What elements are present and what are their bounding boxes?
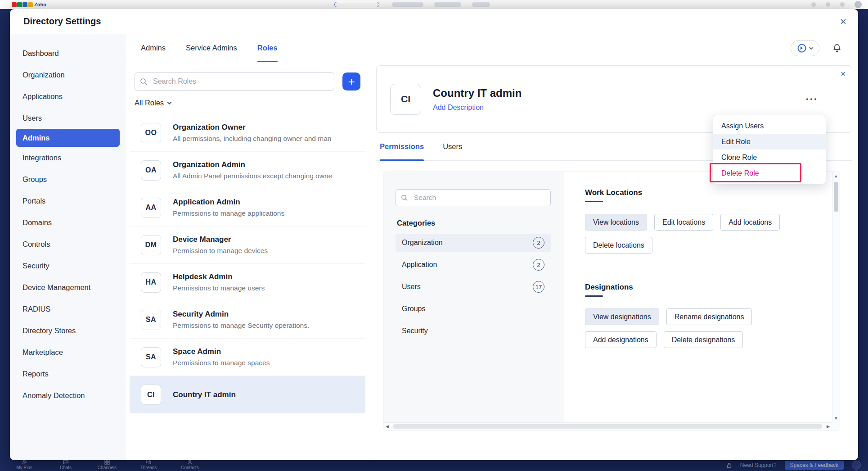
search-permissions-input[interactable] <box>396 189 551 206</box>
add-description-link[interactable]: Add Description <box>433 104 522 112</box>
sidebar-item-controls[interactable]: Controls <box>10 233 126 255</box>
sidebar-item-anomaly-detection[interactable]: Anomaly Detection <box>10 385 126 406</box>
role-detail-avatar: CI <box>390 84 421 115</box>
menu-item-clone-role[interactable]: Clone Role <box>713 149 826 165</box>
chevron-down-icon <box>809 47 814 50</box>
category-users[interactable]: Users 17 <box>396 278 551 296</box>
menu-item-delete-role[interactable]: Delete Role <box>713 165 826 181</box>
section-divider <box>585 269 818 269</box>
delete-locations-button[interactable]: Delete locations <box>585 237 652 254</box>
sidebar-item-security[interactable]: Security <box>10 255 126 276</box>
search-icon <box>140 78 147 85</box>
sidebar-item-applications[interactable]: Applications <box>10 86 126 107</box>
zoho-logo-text: Zoho <box>34 2 46 7</box>
role-avatar: DM <box>141 235 161 255</box>
role-row-helpdesk-admin[interactable]: HA Helpdesk AdminPermissions to manage u… <box>130 264 365 301</box>
view-designations-button[interactable]: View designations <box>585 308 659 325</box>
background-taskbar: My Pins Chats Channels Threads Contacts … <box>0 459 868 471</box>
permissions-box: Categories Organization 2 Application 2 … <box>383 172 840 430</box>
sidebar-item-domains[interactable]: Domains <box>10 212 126 233</box>
rename-designations-button[interactable]: Rename designations <box>666 308 752 325</box>
category-application[interactable]: Application 2 <box>396 256 551 274</box>
role-row-country-it-admin[interactable]: CI Country IT admin <box>130 376 365 413</box>
topbar-fragment <box>434 2 461 7</box>
role-detail-name: Country IT admin <box>433 87 522 100</box>
role-list: OO Organization OwnerAll permissions, in… <box>126 114 372 413</box>
category-organization[interactable]: Organization 2 <box>396 234 551 252</box>
topbar-fragment <box>334 2 379 7</box>
roles-filter-dropdown[interactable]: All Roles <box>135 99 172 107</box>
sidebar-item-directory-stores[interactable]: Directory Stores <box>10 320 126 341</box>
horizontal-scrollbar[interactable]: ◀ ▶ <box>383 422 832 430</box>
tab-permissions[interactable]: Permissions <box>380 133 424 160</box>
categories-title: Categories <box>397 219 564 227</box>
bell-icon[interactable] <box>832 43 842 53</box>
sidebar-item-device-management[interactable]: Device Management <box>10 276 126 298</box>
taskbar-item-chats[interactable]: Chats <box>45 459 86 471</box>
directory-org-icon <box>797 43 807 53</box>
role-row-security-admin[interactable]: SA Security AdminPermissions to manage S… <box>130 301 365 339</box>
edit-locations-button[interactable]: Edit locations <box>654 214 713 231</box>
role-row-device-manager[interactable]: DM Device ManagerPermission to manage de… <box>130 226 365 264</box>
scrollbar-thumb[interactable] <box>393 424 822 429</box>
zoho-logo-icon <box>12 2 33 7</box>
menu-item-assign-users[interactable]: Assign Users <box>713 118 826 134</box>
roles-list-panel: + All Roles OO Organization OwnerAll per… <box>126 62 372 460</box>
sidebar-item-reports[interactable]: Reports <box>10 363 126 385</box>
tab-roles[interactable]: Roles <box>257 34 278 62</box>
detail-close-icon[interactable]: × <box>841 69 846 78</box>
modal-close-icon[interactable]: × <box>840 16 846 27</box>
taskbar-item-my-pins[interactable]: My Pins <box>4 459 45 471</box>
org-switcher[interactable] <box>791 40 819 56</box>
vertical-scrollbar[interactable]: ▲ ▼ <box>832 172 840 422</box>
need-support-link[interactable]: Need Support? <box>740 462 777 468</box>
scrollbar-thumb[interactable] <box>834 182 838 212</box>
search-roles-input[interactable] <box>135 72 334 91</box>
sidebar-item-users[interactable]: Users <box>10 107 126 129</box>
taskbar-item-contacts[interactable]: Contacts <box>169 459 211 471</box>
chevron-down-icon <box>167 101 172 104</box>
taskbar-item-threads[interactable]: Threads <box>128 459 169 471</box>
add-designations-button[interactable]: Add designations <box>585 331 657 348</box>
sidebar-item-organization[interactable]: Organization <box>10 64 126 86</box>
add-role-button[interactable]: + <box>342 72 360 91</box>
sidebar-item-admins[interactable]: Admins <box>16 129 120 147</box>
add-locations-button[interactable]: Add locations <box>720 214 780 231</box>
count-badge: 2 <box>533 259 544 271</box>
view-locations-button[interactable]: View locations <box>585 214 647 231</box>
count-badge: 17 <box>533 281 544 293</box>
category-security[interactable]: Security <box>396 322 551 340</box>
tab-users[interactable]: Users <box>443 133 462 160</box>
help-orb[interactable] <box>852 461 861 470</box>
scroll-up-icon[interactable]: ▲ <box>832 174 840 178</box>
role-row-organization-owner[interactable]: OO Organization OwnerAll permissions, in… <box>130 114 365 152</box>
role-avatar: SA <box>141 347 161 367</box>
role-row-organization-admin[interactable]: OA Organization AdminAll Admin Panel per… <box>130 152 365 189</box>
role-avatar: CI <box>141 385 161 405</box>
category-groups[interactable]: Groups <box>396 300 551 318</box>
menu-item-edit-role[interactable]: Edit Role <box>713 134 826 149</box>
taskbar-item-channels[interactable]: Channels <box>86 459 128 471</box>
lock-icon <box>726 462 732 468</box>
spaces-feedback-button[interactable]: Spaces & Feedback <box>785 461 844 470</box>
topbar-icon <box>826 2 830 7</box>
scrollbar-corner <box>832 422 840 430</box>
directory-settings-modal: Directory Settings × Dashboard Organizat… <box>10 9 858 460</box>
scroll-down-icon[interactable]: ▼ <box>832 416 840 421</box>
sidebar-item-marketplace[interactable]: Marketplace <box>10 341 126 363</box>
scroll-left-icon[interactable]: ◀ <box>386 424 389 429</box>
scroll-right-icon[interactable]: ▶ <box>827 424 830 429</box>
tab-service-admins[interactable]: Service Admins <box>186 34 237 62</box>
sidebar-item-integrations[interactable]: Integrations <box>10 147 126 168</box>
delete-designations-button[interactable]: Delete designations <box>664 331 743 348</box>
sidebar-item-radius[interactable]: RADIUS <box>10 298 126 320</box>
count-badge: 2 <box>533 237 544 249</box>
sidebar-item-portals[interactable]: Portals <box>10 190 126 212</box>
role-row-space-admin[interactable]: SA Space AdminPermissions to manage spac… <box>130 339 365 376</box>
sidebar-item-groups[interactable]: Groups <box>10 168 126 190</box>
role-avatar: OA <box>141 160 161 181</box>
role-row-application-admin[interactable]: AA Application AdminPermissions to manag… <box>130 189 365 226</box>
tab-admins[interactable]: Admins <box>141 34 166 62</box>
sidebar-item-dashboard[interactable]: Dashboard <box>10 42 126 64</box>
topbar-fragment <box>472 2 490 7</box>
